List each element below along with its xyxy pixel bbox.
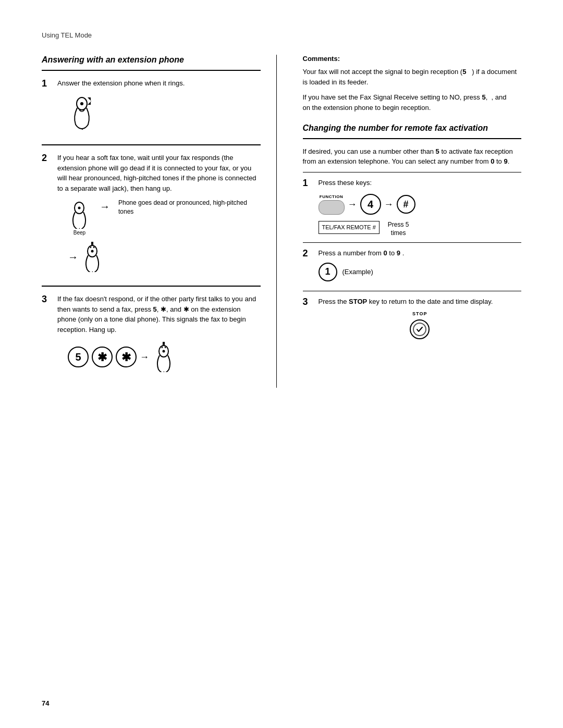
right-step-1-keys: FUNCTION → 4 → # [319, 194, 522, 215]
function-key-wrap: FUNCTION [319, 194, 345, 215]
right-section-title: Changing the number for remote fax activ… [303, 123, 522, 134]
left-step-2-text1: If you hear a soft fax tone, wait until … [57, 153, 261, 193]
left-step-1-content: Answer the extension phone when it rings… [57, 78, 261, 135]
right-step-1-num: 1 [303, 178, 313, 238]
stop-inner [413, 323, 426, 336]
key-arrow-1: → [348, 198, 357, 212]
beep-phone-inner: Beep [68, 199, 91, 237]
tel-fax-row: TEL/FAX REMOTE # Press 5times [319, 221, 522, 237]
comments-box: Comments: Your fax will not accept the s… [303, 55, 522, 113]
left-step-3-num: 3 [42, 294, 52, 378]
key-arrow-2: → [384, 198, 394, 212]
second-phone-svg [81, 242, 104, 272]
right-step-2-text: Press a number from 0 to 9 . [319, 248, 522, 258]
stop-icon [415, 325, 424, 334]
left-column: Answering with an extension phone 1 Answ… [42, 55, 277, 388]
intro-bold0: 0 [491, 157, 494, 165]
key-star1-button: ✱ [92, 347, 113, 367]
svg-point-7 [163, 350, 165, 353]
press5-label: Press 5times [388, 221, 409, 237]
phone-second-illustration: → [68, 242, 261, 272]
header-text: Using TEL Mode [42, 31, 92, 39]
right-step-1-text: Press these keys: [319, 178, 522, 188]
key-hash-button: # [397, 195, 415, 214]
left-step-2-num: 2 [42, 153, 52, 276]
phone-dead-label: Phone goes dead or pronounced, high-pitc… [118, 199, 261, 216]
page-number: 74 [42, 699, 49, 707]
phone-dead-text: Phone goes dead or pronounced, high-pitc… [118, 199, 261, 219]
comments-bold5-2: 5 [482, 93, 485, 101]
right-step-3-num: 3 [303, 297, 313, 339]
left-divider-3 [42, 286, 261, 287]
right-step-divider-3 [303, 291, 522, 291]
example-key-1: 1 [319, 263, 337, 281]
intro-bold5: 5 [436, 147, 439, 155]
right-step-2-content: Press a number from 0 to 9 . 1 (Example) [319, 248, 522, 286]
right-step-3: 3 Press the STOP key to return to the da… [303, 297, 522, 339]
right-divider-top [303, 138, 522, 139]
left-step-1-text: Answer the extension phone when it rings… [57, 78, 261, 89]
right-step-3-text: Press the STOP key to return to the date… [319, 297, 522, 307]
right-step-1-content: Press these keys: FUNCTION → 4 → # [319, 178, 522, 238]
intro-bold9: 9 [504, 157, 507, 165]
phone-hook-svg [68, 93, 96, 130]
comments-para2: If you have set the Fax Signal Receive s… [303, 92, 522, 113]
key-4-button: 4 [360, 194, 381, 215]
step3-key-sequence: 5 ✱ ✱ → [68, 342, 261, 372]
right-step-divider-1 [303, 172, 522, 172]
right-step-3-content: Press the STOP key to return to the date… [319, 297, 522, 339]
example-row: 1 (Example) [319, 263, 522, 281]
right-step-2-num: 2 [303, 248, 313, 286]
page: Using TEL Mode Answering with an extensi… [0, 0, 563, 728]
left-step-1: 1 Answer the extension phone when it rin… [42, 78, 261, 135]
left-divider-2 [42, 144, 261, 145]
phone-hook-illustration [68, 93, 261, 130]
beep-phone-illustration: Beep → Phone goes dead or pronounced, hi… [68, 199, 261, 237]
right-step-2: 2 Press a number from 0 to 9 . 1 (Exampl… [303, 248, 522, 286]
example-label: (Example) [342, 267, 373, 277]
left-step-3-text: If the fax doesn't respond, or if the ot… [57, 294, 261, 335]
key-star2-button: ✱ [116, 347, 137, 367]
stop-circle [410, 319, 430, 339]
left-section-title: Answering with an extension phone [42, 55, 261, 66]
second-arrow: → [68, 249, 78, 265]
comments-bold5: 5 [462, 68, 466, 76]
beep-arrow: → [100, 199, 110, 214]
svg-point-1 [80, 102, 83, 105]
stop-label: STOP [412, 311, 427, 318]
left-step-1-num: 1 [42, 78, 52, 135]
step2-bold9: 9 [397, 249, 400, 257]
comments-para1: Your fax will not accept the signal to b… [303, 67, 522, 87]
function-label: FUNCTION [320, 194, 343, 200]
left-divider-top [42, 70, 261, 71]
tel-fax-box: TEL/FAX REMOTE # [319, 221, 380, 234]
comments-title: Comments: [303, 55, 522, 63]
stop-key-wrap: STOP [319, 311, 522, 339]
left-step-2: 2 If you hear a soft fax tone, wait unti… [42, 153, 261, 276]
right-step-divider-2 [303, 242, 522, 243]
left-step-2-content: If you hear a soft fax tone, wait until … [57, 153, 261, 276]
beep-phone-svg [68, 199, 91, 229]
right-column: Comments: Your fax will not accept the s… [298, 55, 522, 388]
function-key-btn [319, 200, 345, 215]
key-sequence-arrow: → [140, 350, 149, 364]
left-step-3: 3 If the fax doesn't respond, or if the … [42, 294, 261, 378]
svg-point-5 [91, 250, 94, 253]
step3-bold-stop: STOP [349, 298, 367, 305]
step3-star2: ✱ [183, 305, 189, 313]
beep-label: Beep [74, 229, 85, 237]
step2-bold0: 0 [384, 249, 387, 257]
right-step-1: 1 Press these keys: FUNCTION → 4 → # [303, 178, 522, 238]
step3-star1: ✱ [161, 305, 166, 313]
key-5-button: 5 [68, 347, 89, 367]
left-step-3-content: If the fax doesn't respond, or if the ot… [57, 294, 261, 378]
two-column-layout: Answering with an extension phone 1 Answ… [42, 55, 521, 388]
step3-bold5: 5 [153, 305, 157, 313]
section2-intro: If desired, you can use a number other t… [303, 146, 522, 167]
page-header: Using TEL Mode [42, 31, 521, 39]
step3-phone-svg [152, 342, 176, 372]
svg-point-3 [78, 207, 81, 209]
